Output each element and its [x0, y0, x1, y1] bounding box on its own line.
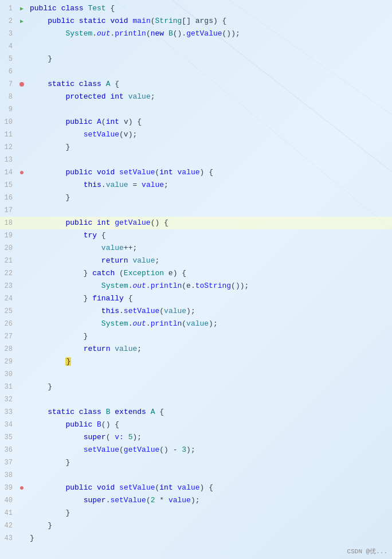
line-num-4: 4: [0, 42, 16, 50]
line-content-14: public void setValue(int value) {: [28, 166, 392, 179]
line-num-39: 39: [0, 484, 16, 492]
line-num-26: 26: [0, 320, 16, 328]
code-line-15: 15 this.value = value;: [0, 179, 392, 191]
line-num-33: 33: [0, 408, 16, 416]
line-num-34: 34: [0, 421, 16, 429]
code-line-28: 28 return value;: [0, 343, 392, 355]
line-num-23: 23: [0, 282, 16, 290]
editor-container: 1 ▶ public class Test { 2 ▶ public stati…: [0, 0, 392, 559]
code-line-10: 10 public A(int v) {: [0, 116, 392, 128]
line-num-30: 30: [0, 370, 16, 378]
code-line-42: 42 }: [0, 519, 392, 532]
code-line-35: 35 super( v: 5);: [0, 431, 392, 444]
code-line-8: 8 protected int value;: [0, 91, 392, 103]
code-line-9: 9: [0, 103, 392, 116]
line-num-16: 16: [0, 194, 16, 202]
code-line-12: 12 }: [0, 141, 392, 154]
code-line-31: 31 }: [0, 381, 392, 393]
line-content-35: super( v: 5);: [28, 431, 392, 444]
line-content-37: }: [28, 456, 392, 469]
code-line-21: 21 return value;: [0, 255, 392, 267]
line-num-21: 21: [0, 257, 16, 265]
code-line-30: 30: [0, 368, 392, 381]
line-num-9: 9: [0, 105, 16, 114]
code-line-38: 38: [0, 469, 392, 482]
line-content-43: }: [28, 532, 392, 545]
line-content-2: public static void main(String[] args) {: [28, 15, 392, 28]
line-num-11: 11: [0, 131, 16, 139]
line-num-35: 35: [0, 433, 16, 441]
exec-arrow-2: ▶: [20, 18, 23, 25]
exec-arrow-1: ▶: [20, 5, 23, 12]
code-line-19: 19 try {: [0, 229, 392, 242]
line-content-7: static class A {: [28, 78, 392, 91]
code-line-13: 13: [0, 154, 392, 166]
line-content-5: }: [28, 53, 392, 65]
line-num-32: 32: [0, 396, 16, 404]
line-num-22: 22: [0, 269, 16, 277]
line-num-14: 14: [0, 169, 16, 177]
line-content-29: }: [28, 355, 392, 368]
line-num-6: 6: [0, 68, 16, 76]
line-content-40: super.setValue(2 * value);: [28, 494, 392, 507]
line-num-13: 13: [0, 156, 16, 164]
line-content-24: } finally {: [28, 292, 392, 305]
line-content-41: }: [28, 507, 392, 519]
line-num-42: 42: [0, 522, 16, 530]
code-line-11: 11 setValue(v);: [0, 128, 392, 141]
code-line-3: 3 System.out.println(new B().getValue())…: [0, 28, 392, 40]
breakpoint-dot-7[interactable]: [19, 82, 24, 87]
line-num-15: 15: [0, 181, 16, 189]
line-num-8: 8: [0, 93, 16, 101]
line-num-27: 27: [0, 333, 16, 341]
line-content-33: static class B extends A {: [28, 406, 392, 419]
line-num-25: 25: [0, 307, 16, 315]
line-content-3: System.out.println(new B().getValue());: [28, 28, 392, 40]
line-content-10: public A(int v) {: [28, 116, 392, 128]
line-content-9: [28, 103, 392, 116]
csdn-watermark: CSDN @优...: [347, 547, 387, 556]
line-content-26: System.out.println(value);: [28, 318, 392, 330]
code-line-33: 33 static class B extends A {: [0, 406, 392, 419]
line-content-16: }: [28, 191, 392, 204]
line-num-2: 2: [0, 17, 16, 25]
breakpoint-dot-14[interactable]: ●: [19, 169, 24, 177]
gutter-14: ●: [16, 169, 28, 177]
line-content-6: [28, 65, 392, 78]
line-num-38: 38: [0, 471, 16, 479]
line-num-17: 17: [0, 206, 16, 214]
line-content-34: public B() {: [28, 419, 392, 431]
line-num-7: 7: [0, 80, 16, 88]
line-content-30: [28, 368, 392, 381]
code-line-18: 18 public int getValue() {: [0, 217, 392, 229]
line-content-8: protected int value;: [28, 91, 392, 103]
line-num-5: 5: [0, 55, 16, 63]
code-line-37: 37 }: [0, 456, 392, 469]
line-content-36: setValue(getValue() - 3);: [28, 444, 392, 456]
code-line-7: 7 static class A {: [0, 78, 392, 91]
code-line-29: 29 }: [0, 355, 392, 368]
line-content-4: [28, 40, 392, 53]
breakpoint-dot-39[interactable]: ●: [19, 484, 24, 492]
line-num-28: 28: [0, 345, 16, 353]
line-num-3: 3: [0, 30, 16, 38]
code-line-24: 24 } finally {: [0, 292, 392, 305]
line-content-21: return value;: [28, 255, 392, 267]
gutter-7: [16, 82, 28, 87]
code-line-4: 4: [0, 40, 392, 53]
code-line-5: 5 }: [0, 53, 392, 65]
line-content-15: this.value = value;: [28, 179, 392, 191]
code-line-6: 6: [0, 65, 392, 78]
line-content-18: public int getValue() {: [28, 217, 392, 229]
code-line-1: 1 ▶ public class Test {: [0, 2, 392, 15]
code-line-39: 39 ● public void setValue(int value) {: [0, 482, 392, 494]
line-num-1: 1: [0, 5, 16, 13]
code-line-40: 40 super.setValue(2 * value);: [0, 494, 392, 507]
line-num-41: 41: [0, 509, 16, 517]
code-line-41: 41 }: [0, 507, 392, 519]
code-line-27: 27 }: [0, 330, 392, 343]
line-content-1: public class Test {: [28, 2, 392, 15]
code-line-2: 2 ▶ public static void main(String[] arg…: [0, 15, 392, 28]
line-content-39: public void setValue(int value) {: [28, 482, 392, 494]
code-line-23: 23 System.out.println(e.toString());: [0, 280, 392, 292]
